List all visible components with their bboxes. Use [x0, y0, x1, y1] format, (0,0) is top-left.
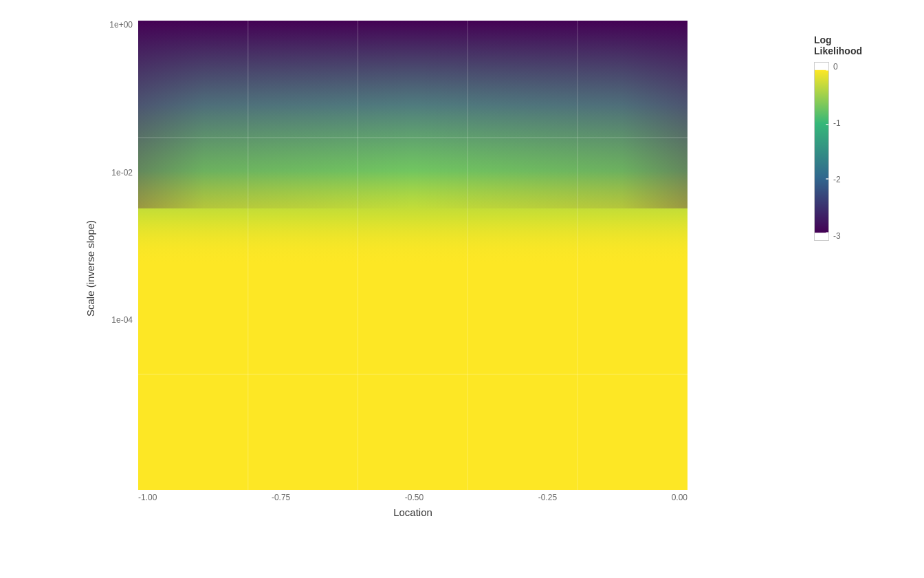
x-ticks: -1.00 -0.75 -0.50 -0.25 0.00 — [138, 490, 688, 502]
chart-container: Scale (inverse slope) 1e+00 1e-02 1e-04 — [0, 0, 924, 578]
x-tick-neg075: -0.75 — [272, 493, 290, 502]
legend-tick-neg3: -3 — [833, 231, 841, 241]
x-tick-neg025: -0.25 — [538, 493, 557, 502]
x-tick-neg05: -0.50 — [405, 493, 424, 502]
legend-area: Log Likelihood 0 — [814, 34, 903, 241]
x-tick-0: 0.00 — [672, 493, 688, 502]
legend-tick-neg2: -2 — [833, 175, 841, 184]
svg-rect-9 — [815, 70, 828, 233]
legend-title-line2: Likelihood — [814, 45, 862, 56]
y-ticks: 1e+00 1e-02 1e-04 — [100, 21, 138, 516]
y-tick-1e-02: 1e-02 — [111, 169, 133, 177]
x-axis-label: Location — [138, 506, 688, 518]
legend-title-line1: Log — [814, 34, 832, 45]
chart-area: Scale (inverse slope) 1e+00 1e-02 1e-04 — [82, 21, 688, 516]
y-tick-1e00: 1e+00 — [109, 21, 133, 29]
legend-tick-0: 0 — [833, 62, 841, 72]
heatmap-svg — [138, 21, 688, 490]
legend-tick-neg1: -1 — [833, 118, 841, 128]
x-tick-neg1: -1.00 — [138, 493, 157, 502]
y-axis-label: Scale (inverse slope) — [82, 21, 98, 516]
svg-rect-2 — [138, 21, 688, 208]
legend-ticks: 0 -1 -2 -3 — [833, 62, 841, 241]
x-axis-area: -1.00 -0.75 -0.50 -0.25 0.00 Location — [138, 490, 688, 516]
y-tick-1e-04: 1e-04 — [111, 316, 133, 324]
y-ticks-and-plot: 1e+00 1e-02 1e-04 — [100, 21, 688, 516]
legend-bar-svg — [814, 62, 829, 241]
plot-panel: -1.00 -0.75 -0.50 -0.25 0.00 Location — [138, 21, 688, 516]
plot-with-yaxis: Scale (inverse slope) 1e+00 1e-02 1e-04 — [82, 21, 688, 516]
legend-bar-container: 0 -1 -2 -3 — [814, 62, 841, 241]
